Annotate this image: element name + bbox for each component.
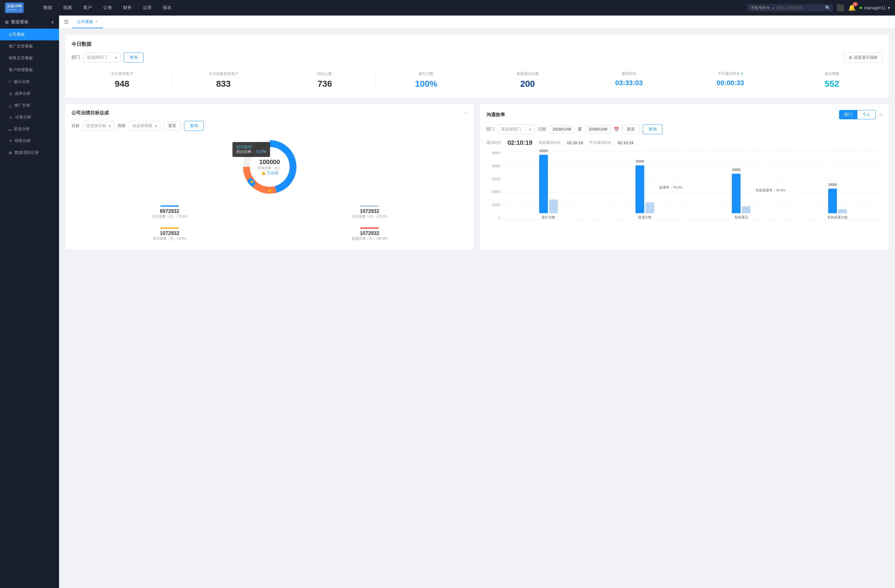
tab-close-icon[interactable]: ✕ (95, 20, 98, 24)
stat-value-0: 948 (73, 79, 171, 89)
goal-panel-header: 公司业绩目标达成 ⤢ (71, 110, 468, 116)
period-select-arrow: ▾ (155, 124, 157, 128)
search-input[interactable] (777, 6, 823, 10)
donut-end-dot (268, 189, 271, 193)
sales-icon: ↗ (9, 139, 12, 143)
nav-data[interactable]: 数据 (39, 3, 56, 12)
stat-value-3: 100% (377, 79, 475, 89)
chevron-up-icon: ∧ (51, 20, 54, 24)
y-label-0: 0 (486, 216, 500, 220)
nav-operations[interactable]: 运营 (139, 3, 156, 12)
goal-stat-label-3: 超额完成（元）| 89.9% (274, 236, 466, 241)
nav-enrollment[interactable]: 报名 (158, 3, 176, 12)
eff-dept-placeholder: 请选择部门 (501, 126, 521, 132)
sidebar-item-sales-board[interactable]: 销售主管看板 (0, 52, 59, 64)
stat-value-5: 03:33:03 (579, 79, 678, 87)
bar-group-effective: 29000 有效接通率：70.9% 有效通话 (696, 174, 786, 220)
stat-label-1: 今日有效首咨客户 (174, 71, 273, 76)
goal-expand-icon[interactable]: ⤢ (464, 111, 468, 116)
eff-query-button[interactable]: 查询 (643, 124, 663, 134)
sidebar-item-cost[interactable]: ◷ 成本分析 (0, 88, 59, 100)
monitor-icon[interactable]: ⬛ (837, 4, 844, 12)
nav-finance[interactable]: 财务 (119, 3, 136, 12)
bar-col-1: 43000 (539, 155, 558, 213)
bar-group-label-effective: 有效通话 (734, 215, 748, 220)
stat-label-6: 平均通话时长 ℹ (681, 71, 780, 76)
tab-toggle-dept[interactable]: 部门 (839, 110, 857, 119)
eff-expand-icon[interactable]: ⤢ (879, 112, 883, 117)
tab-toggle-person[interactable]: 个人 (857, 110, 875, 119)
donut-center-sub: 👍 已达成 (258, 170, 282, 176)
eff-dept-arrow: ▾ (529, 127, 531, 132)
date-separator: 至 (578, 126, 582, 132)
date-from-input[interactable]: 2018/01/08 (549, 125, 575, 133)
notification-icon[interactable]: 🔔 5 (848, 4, 856, 12)
eff-duration-label: 有效通话时长 (539, 140, 561, 145)
eff-reset-button[interactable]: 重置 (622, 124, 640, 134)
user-info[interactable]: manager11 ▾ (860, 5, 890, 10)
avg-duration-value: 02:10:19 (618, 141, 634, 145)
today-filter-row: 部门 请选择部门 ▾ 查询 ⚙ 设置显示指标 (71, 53, 883, 62)
goal-select[interactable]: 请选择目标 ▾ (83, 121, 114, 131)
nav-public-sea[interactable]: 公海 (99, 3, 116, 12)
bar-dial-main: 43000 (539, 155, 548, 213)
sidebar-item-label: 公司看板 (9, 32, 25, 37)
sidebar-item-funnel[interactable]: ⑂ 漏斗分析 (0, 76, 59, 88)
bar-eff-connect-main: 18000 (828, 189, 837, 213)
sidebar-item-label: 漏斗分析 (14, 79, 30, 85)
eff-dept-select[interactable]: 请选择部门 ▾ (498, 124, 535, 134)
bar-effective-label: 29000 (732, 168, 740, 171)
today-query-button[interactable]: 查询 (124, 53, 144, 62)
sidebar-item-data-flow[interactable]: ⊗ 数据流转记录 (0, 147, 59, 159)
cost-icon: ◷ (9, 91, 12, 96)
nav-customers[interactable]: 客户 (79, 3, 96, 12)
sidebar-item-promotion-board[interactable]: 推广主管看板 (0, 40, 59, 52)
sidebar-item-label: 成本分析 (15, 91, 31, 96)
sidebar-section-header[interactable]: ⊞ 数据看板 ∧ (0, 15, 59, 29)
y-label-2: 20000 (486, 190, 500, 194)
y-label-4: 40000 (486, 164, 500, 168)
bar-connect-label: 35000 (636, 160, 644, 163)
eff-panel-title: 沟通效率 (486, 112, 505, 118)
period-select[interactable]: 请选择周期 ▾ (129, 121, 160, 131)
hamburger-icon[interactable]: ☰ (64, 19, 68, 25)
settings-button[interactable]: ⚙ 设置显示指标 (844, 53, 883, 62)
stats-grid: 今日首咨客户 948 今日有效首咨客户 833 回访人数 736 拨打次数 10… (71, 69, 883, 91)
sidebar-item-sales-analysis[interactable]: ↗ 销售分析 (0, 135, 59, 147)
eff-filter-row: 部门 请选择部门 ▾ 日期 2018/01/08 至 2018/01/08 📅 … (486, 124, 883, 134)
bar-eff-connect-secondary (838, 209, 847, 213)
nav-items: 数据 线索 客户 公海 财务 运营 报名 (39, 3, 747, 12)
goal-stat-label-1: 未完成量（元）| 20.9% (274, 214, 466, 219)
goal-query-button[interactable]: 查询 (184, 121, 204, 131)
stat-label-4: 有效通话次数 (478, 71, 577, 76)
sidebar-item-label: 推广主管看板 (9, 44, 33, 49)
settings-icon: ⚙ (849, 55, 853, 60)
sidebar-item-manager-board[interactable]: 客户经理看板 (0, 64, 59, 76)
search-type-select[interactable]: 手机号码 (749, 5, 771, 10)
goal-stat-value-0: 8972932 (74, 209, 265, 214)
user-dropdown-icon[interactable]: ▾ (888, 5, 890, 10)
search-icon[interactable]: 🔍 (825, 5, 830, 10)
stat-first-consult: 今日首咨客户 948 (71, 69, 173, 91)
goal-stat-label-2: 应完成量（元）| 8.9% (74, 236, 265, 241)
sidebar-item-channel[interactable]: ⑉ 渠道分析 (0, 123, 59, 135)
tab-company-board[interactable]: 公司看板 ✕ (72, 16, 103, 28)
notification-badge: 5 (853, 2, 858, 6)
sidebar-item-company-board[interactable]: 公司看板 (0, 29, 59, 40)
dept-select[interactable]: 请选择部门 ▾ (83, 53, 121, 62)
efficiency-panel: 沟通效率 部门 个人 ⤢ 部门 请选择部门 ▾ (480, 104, 889, 250)
call-duration-value: 02:10:19 (507, 139, 532, 146)
content-area: ☰ 公司看板 ✕ 今日数据 部门 请选择部门 ▾ 查询 (59, 15, 895, 588)
calendar-icon[interactable]: 📅 (614, 127, 619, 132)
y-label-3: 30000 (486, 177, 500, 181)
date-to-input[interactable]: 2018/01/08 (585, 125, 611, 133)
goal-reset-button[interactable]: 重置 (164, 121, 181, 130)
stat-label-2: 回访人数 (276, 71, 374, 76)
sidebar-item-label: 销售分析 (15, 138, 31, 144)
funnel-icon: ⑂ (9, 80, 11, 84)
online-status-dot (860, 6, 862, 9)
nav-leads[interactable]: 线索 (59, 3, 76, 12)
sidebar-item-promotion-analysis[interactable]: △ 推广分析 (0, 100, 59, 111)
goal-stat-value-3: 1072932 (274, 230, 466, 236)
sidebar-item-visitor[interactable]: ☺ 访客分析 (0, 111, 59, 123)
